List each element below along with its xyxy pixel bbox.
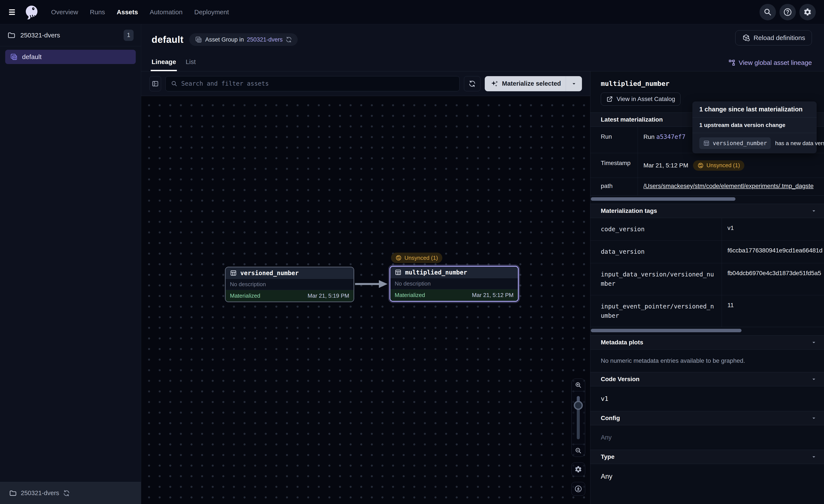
top-nav: Overview Runs Assets Automation Deployme…: [0, 0, 824, 24]
zoom-in-button[interactable]: [572, 379, 585, 391]
nav-item-assets[interactable]: Assets: [117, 8, 138, 16]
nav-item-deployment[interactable]: Deployment: [194, 8, 229, 16]
view-in-asset-catalog-button[interactable]: View in Asset Catalog: [601, 93, 681, 106]
view-global-asset-lineage-label: View global asset lineage: [739, 59, 812, 67]
materialize-selected-label: Materialize selected: [502, 80, 561, 87]
sync-status-icon: [395, 255, 402, 261]
graph-controls: [571, 379, 585, 496]
table-row-timestamp: Timestamp Mar 21, 5:12 PM Unsynced (1): [590, 153, 824, 178]
asset-node-timestamp: Mar 21, 5:12 PM: [472, 292, 514, 298]
folder-icon: [9, 489, 17, 497]
asset-node-multiplied-number[interactable]: multiplied_number No description Materia…: [390, 266, 519, 302]
sidebar-group-row[interactable]: 250321-dvers 1: [0, 24, 141, 46]
tabs: Lineage List: [151, 58, 196, 71]
asset-node-versioned-number[interactable]: versioned_number No description Material…: [225, 267, 354, 302]
panel-asset-title: multiplied_number: [601, 80, 814, 87]
sync-icon[interactable]: [63, 490, 70, 497]
dagster-logo[interactable]: [23, 4, 40, 20]
sidebar-item-default[interactable]: default: [5, 50, 136, 64]
table-row-path: path /Users/smackesey/stm/code/elementl/…: [590, 178, 824, 196]
sidebar-group-label: 250321-dvers: [20, 31, 124, 39]
asset-chip[interactable]: versioned_number: [699, 137, 771, 149]
reload-definitions-button[interactable]: Reload definitions: [735, 30, 812, 45]
sync-icon: [469, 80, 476, 87]
menu-icon[interactable]: [8, 7, 17, 17]
table-row: input_data_version/versioned_number fb04…: [590, 263, 824, 295]
sidebar-footer[interactable]: 250321-dvers: [0, 482, 141, 504]
view-global-asset-lineage-link[interactable]: View global asset lineage: [728, 59, 812, 67]
lineage-graph-icon: [728, 59, 736, 67]
sync-status-icon: [697, 162, 704, 169]
unsynced-badge-label: Unsynced (1): [404, 255, 438, 261]
asset-node-name: multiplied_number: [405, 269, 467, 276]
zoom-slider-thumb[interactable]: [574, 401, 583, 410]
section-metadata-plots: Metadata plots: [590, 335, 824, 350]
horizontal-scrollbar[interactable]: [591, 197, 735, 201]
nav-item-automation[interactable]: Automation: [149, 8, 183, 16]
settings-button[interactable]: [799, 4, 816, 20]
reload-definitions-label: Reload definitions: [754, 34, 805, 41]
path-link[interactable]: /Users/smackesey/stm/code/elementl/exper…: [643, 182, 814, 190]
search-button[interactable]: [759, 4, 776, 20]
asset-node-status: Materialized: [230, 292, 260, 299]
collapse-icon[interactable]: [811, 339, 817, 346]
page-title: default: [151, 34, 184, 45]
collapse-icon[interactable]: [811, 208, 817, 214]
collapse-icon[interactable]: [811, 454, 817, 460]
gear-icon: [803, 8, 812, 16]
materialize-options-button[interactable]: [566, 76, 582, 91]
collapse-icon[interactable]: [811, 415, 817, 421]
zoom-slider[interactable]: [572, 391, 585, 444]
lineage-graph-column: Materialize selected Unsynced (1): [141, 72, 590, 504]
run-link[interactable]: a5347ef7: [656, 133, 686, 140]
sidebar-group-count: 1: [124, 30, 133, 41]
zoom-out-button[interactable]: [572, 444, 585, 457]
code-version-value: v1: [590, 386, 824, 411]
table-row: input_event_pointer/versioned_number 11: [590, 295, 824, 327]
asset-group-badge: Asset Group in 250321-dvers: [189, 33, 298, 46]
search-icon: [171, 80, 178, 87]
asset-chip-label: versioned_number: [713, 140, 767, 146]
asset-node-description: No description: [390, 278, 518, 289]
view-in-asset-catalog-label: View in Asset Catalog: [617, 96, 675, 103]
change-popover: 1 change since last materialization 1 up…: [692, 102, 817, 153]
asset-search: [166, 76, 459, 91]
nav-item-runs[interactable]: Runs: [90, 8, 105, 16]
asset-group-badge-link[interactable]: 250321-dvers: [247, 36, 283, 43]
asset-detail-panel: multiplied_number View in Asset Catalog …: [590, 72, 824, 504]
nav-actions: [759, 4, 816, 20]
reload-cube-icon: [742, 34, 750, 42]
popover-subtitle: 1 upstream data version change: [699, 122, 785, 128]
help-icon: [783, 8, 792, 17]
refresh-graph-button[interactable]: [464, 76, 481, 91]
search-input[interactable]: [181, 80, 454, 87]
materialize-selected-button[interactable]: Materialize selected: [485, 76, 582, 91]
horizontal-scrollbar[interactable]: [591, 329, 741, 332]
metadata-plots-empty-text: No numeric metadata entries available to…: [590, 350, 824, 372]
lineage-graph-canvas[interactable]: Unsynced (1) versioned_number No descrip…: [141, 96, 590, 504]
nav-item-overview[interactable]: Overview: [51, 8, 78, 16]
open-panel-button[interactable]: [149, 76, 161, 91]
sidebar-item-label: default: [22, 53, 41, 60]
download-graph-button[interactable]: [571, 482, 585, 496]
table-row: data_version f6ccba1776380941e9cd1ea6648…: [590, 241, 824, 263]
sidebar: 250321-dvers 1 default 250321-dvers: [0, 24, 141, 504]
section-config: Config: [590, 411, 824, 425]
asset-node-name: versioned_number: [240, 269, 299, 277]
table-icon: [703, 140, 710, 146]
unsynced-badge[interactable]: Unsynced (1): [391, 253, 442, 263]
tab-list[interactable]: List: [186, 58, 196, 71]
sidebar-footer-label: 250321-dvers: [21, 490, 59, 497]
sync-icon[interactable]: [286, 36, 292, 43]
tab-lineage[interactable]: Lineage: [151, 58, 176, 71]
section-type: Type: [590, 450, 824, 464]
zoom-in-icon: [575, 381, 582, 389]
help-button[interactable]: [780, 4, 796, 20]
download-icon: [574, 485, 583, 493]
table-icon: [395, 269, 402, 276]
asset-node-status: Materialized: [395, 292, 425, 298]
materialization-tags-table: code_version v1 data_version f6ccba17763…: [590, 218, 824, 327]
graph-settings-button[interactable]: [571, 463, 585, 476]
collapse-icon[interactable]: [811, 376, 817, 382]
unsynced-badge[interactable]: Unsynced (1): [693, 160, 744, 171]
